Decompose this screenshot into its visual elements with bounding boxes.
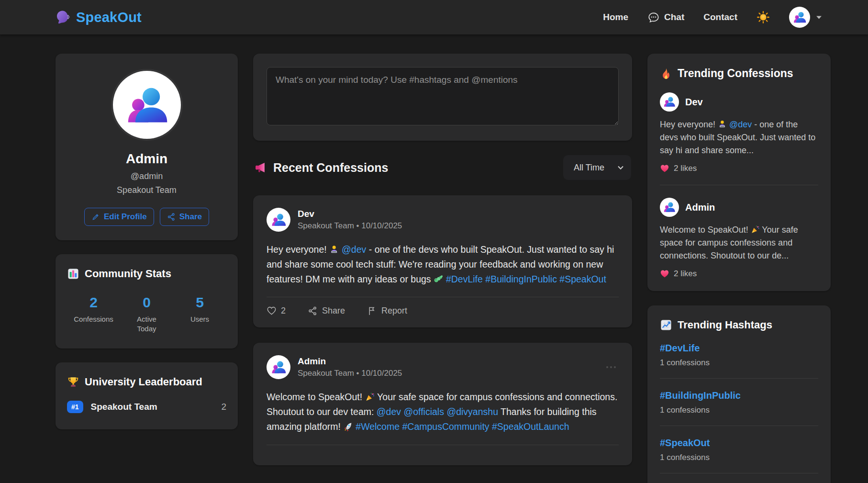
trending-preview: Hey everyone! @dev - one of the devs who… — [660, 118, 818, 157]
time-filter: All Time — [563, 155, 631, 180]
page-content: Admin @admin Speakout Team Edit Profile … — [0, 34, 868, 483]
busts-avatar-icon — [123, 82, 170, 128]
post-identity: Admin Speakout Team • 10/10/2025 — [298, 356, 402, 378]
post-author: Dev — [298, 209, 402, 219]
feed-header: Recent Confessions All Time — [253, 155, 632, 180]
heart-icon — [660, 164, 669, 173]
pencil-icon — [91, 213, 100, 221]
user-menu[interactable] — [789, 7, 822, 28]
inline-link[interactable]: #SpeakOutLaunch — [492, 421, 569, 432]
trending-confessions-card: Trending Confessions Dev Hey everyone! @… — [647, 54, 831, 291]
theme-toggle-button[interactable] — [757, 11, 770, 24]
feed-title: Recent Confessions — [273, 161, 388, 175]
brand-name: SpeakOut — [76, 10, 142, 25]
stats-grid: 2 Confessions 0 Active Today 5 Users — [67, 294, 226, 333]
divider — [660, 185, 818, 185]
hashtag-item[interactable]: #DevLife 1 confessions — [660, 343, 818, 379]
navbar: SpeakOut Home Chat Contact — [0, 0, 868, 34]
main-feed: Recent Confessions All Time Dev Speakout… — [253, 54, 632, 465]
hashtag-item[interactable]: #SpeakOut 1 confessions — [660, 438, 818, 473]
party-popper-emoji — [365, 392, 375, 402]
flag-icon — [367, 306, 377, 316]
post-meta: Speakout Team • 10/10/2025 — [298, 221, 402, 231]
sidebar-right: Trending Confessions Dev Hey everyone! @… — [647, 54, 831, 483]
post-divider — [267, 445, 619, 445]
inline-link[interactable]: #SpeakOut — [559, 274, 606, 284]
trending-item[interactable]: Admin Welcome to SpeakOut! Your safe spa… — [660, 198, 818, 279]
trending-preview: Welcome to SpeakOut! Your safe space for… — [660, 224, 818, 262]
trophy-icon — [67, 376, 79, 388]
heart-icon — [660, 269, 669, 279]
stat-users: 5 Users — [173, 294, 226, 333]
post-actions: 2 Share Report — [267, 306, 619, 316]
post-header: Admin Speakout Team • 10/10/2025 — [267, 355, 619, 379]
share-profile-button[interactable]: Share — [160, 208, 209, 226]
trending-avatar — [660, 92, 679, 112]
brand[interactable]: SpeakOut — [56, 10, 142, 25]
inline-link[interactable]: @dev — [342, 244, 366, 255]
trending-author: Dev — [685, 97, 703, 108]
nav-home[interactable]: Home — [603, 12, 628, 22]
technologist-emoji — [329, 245, 339, 254]
nav-contact[interactable]: Contact — [703, 12, 737, 22]
inline-link[interactable]: #Welcome — [356, 421, 400, 432]
megaphone-icon — [254, 161, 267, 174]
post-header: Dev Speakout Team • 10/10/2025 — [267, 208, 619, 232]
inline-link[interactable]: @divyanshu — [446, 406, 498, 417]
inline-link[interactable]: #CampusCommunity — [402, 421, 489, 432]
fire-icon — [660, 67, 672, 80]
trending-likes: 2 likes — [660, 164, 818, 173]
inline-link[interactable]: #DevLife — [446, 274, 483, 284]
divider — [660, 426, 818, 426]
inline-link[interactable]: #BuildingInPublic — [485, 274, 557, 284]
stats-title: Community Stats — [85, 268, 171, 280]
chart-up-icon — [660, 319, 672, 331]
post-menu-button[interactable] — [603, 363, 619, 371]
leaderboard-score: 2 — [221, 402, 226, 412]
profile-username: @admin — [67, 171, 226, 181]
post-divider — [267, 297, 619, 297]
avatar — [789, 7, 810, 28]
inline-link[interactable]: @officials — [403, 406, 444, 417]
profile-team: Speakout Team — [67, 185, 226, 195]
trending-author: Admin — [685, 202, 715, 213]
trending-item[interactable]: Dev Hey everyone! @dev - one of the devs… — [660, 92, 818, 185]
technologist-emoji — [718, 120, 727, 129]
trending-hashtags-card: Trending Hashtags #DevLife 1 confessions… — [647, 305, 831, 483]
leaderboard-row: #1 Speakout Team 2 — [67, 401, 226, 413]
speaking-head-icon — [56, 10, 71, 25]
share-post-button[interactable]: Share — [308, 306, 345, 316]
edit-profile-button[interactable]: Edit Profile — [84, 208, 154, 226]
share-icon — [308, 306, 318, 316]
busts-avatar-icon — [792, 10, 807, 24]
trending-likes: 2 likes — [660, 269, 818, 279]
hashtags-title-row: Trending Hashtags — [660, 319, 818, 331]
trending-title: Trending Confessions — [678, 67, 793, 80]
busts-avatar-icon — [663, 95, 676, 108]
hashtag-item[interactable]: #BuildingInPublic 1 confessions — [660, 390, 818, 426]
nav-chat[interactable]: Chat — [647, 11, 684, 23]
busts-avatar-icon — [270, 212, 287, 228]
post-meta: Speakout Team • 10/10/2025 — [298, 369, 402, 378]
sidebar-left: Admin @admin Speakout Team Edit Profile … — [56, 54, 238, 429]
like-button[interactable]: 2 — [267, 306, 286, 316]
time-filter-select[interactable]: All Time — [563, 155, 631, 180]
hashtags-title: Trending Hashtags — [678, 319, 772, 331]
trending-avatar — [660, 198, 679, 217]
post-author: Admin — [298, 356, 402, 367]
report-button[interactable]: Report — [367, 306, 407, 316]
stat-confessions: 2 Confessions — [67, 294, 120, 333]
caret-down-icon — [816, 15, 822, 20]
party-popper-emoji — [751, 225, 760, 234]
inline-link[interactable]: @dev — [729, 120, 752, 129]
post-avatar — [267, 208, 290, 232]
bug-emoji — [434, 274, 443, 283]
divider — [660, 378, 818, 379]
inline-link[interactable]: @dev — [377, 406, 401, 417]
bar-chart-icon — [67, 268, 79, 280]
feed-title-row: Recent Confessions — [254, 161, 388, 175]
composer-input[interactable] — [267, 67, 619, 125]
post-text: Hey everyone! @dev - one of the devs who… — [267, 242, 619, 286]
profile-avatar — [113, 71, 181, 139]
rank-badge: #1 — [67, 401, 83, 413]
